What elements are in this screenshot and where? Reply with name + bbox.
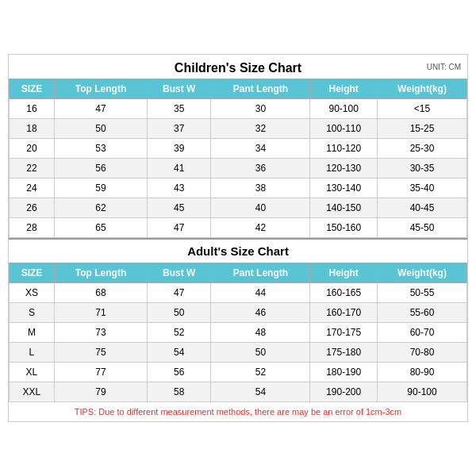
size-chart-container: Children's Size Chart UNIT: CM SIZE Top … xyxy=(8,54,468,422)
table-cell: 170-175 xyxy=(310,323,378,343)
table-row: 1647353090-100<15 xyxy=(10,99,467,119)
adult-chart-title: Adult's Size Chart xyxy=(9,238,467,263)
children-chart-title: Children's Size Chart xyxy=(175,61,301,75)
table-cell: 62 xyxy=(54,198,147,218)
table-cell: 28 xyxy=(10,218,55,238)
table-cell: 36 xyxy=(211,159,310,178)
table-cell: S xyxy=(10,303,55,323)
table-cell: XXL xyxy=(10,382,55,402)
children-col-weight: Weight(kg) xyxy=(378,79,467,99)
table-cell: 43 xyxy=(148,178,211,198)
table-cell: 40 xyxy=(211,198,310,218)
table-cell: 15-25 xyxy=(378,119,467,139)
adult-table: SIZE Top Length Bust W Pant Length Heigh… xyxy=(9,263,467,402)
table-cell: 47 xyxy=(54,99,147,119)
table-row: XS684744160-16550-55 xyxy=(10,283,467,303)
table-row: 28654742150-16045-50 xyxy=(10,218,467,238)
table-cell: 22 xyxy=(10,159,55,178)
children-col-top-length: Top Length xyxy=(54,79,147,99)
children-col-bust: Bust W xyxy=(148,79,211,99)
table-cell: 18 xyxy=(10,119,55,139)
table-cell: 32 xyxy=(211,119,310,139)
table-cell: 73 xyxy=(54,323,147,343)
table-cell: 90-100 xyxy=(378,382,467,402)
table-cell: 26 xyxy=(10,198,55,218)
table-cell: 52 xyxy=(148,323,211,343)
table-cell: 37 xyxy=(148,119,211,139)
adult-col-pant-length: Pant Length xyxy=(211,263,310,283)
table-cell: XS xyxy=(10,283,55,303)
table-cell: L xyxy=(10,343,55,363)
table-cell: 35 xyxy=(148,99,211,119)
table-cell: 39 xyxy=(148,139,211,159)
table-cell: 16 xyxy=(10,99,55,119)
adult-header-row: SIZE Top Length Bust W Pant Length Heigh… xyxy=(10,263,467,283)
table-cell: 75 xyxy=(54,343,147,363)
children-header-row: SIZE Top Length Bust W Pant Length Heigh… xyxy=(10,79,467,99)
table-cell: 70-80 xyxy=(378,343,467,363)
children-col-pant-length: Pant Length xyxy=(211,79,310,99)
table-cell: 160-170 xyxy=(310,303,378,323)
table-cell: 79 xyxy=(54,382,147,402)
table-cell: 54 xyxy=(148,343,211,363)
table-cell: 24 xyxy=(10,178,55,198)
children-table: SIZE Top Length Bust W Pant Length Heigh… xyxy=(9,79,467,238)
table-cell: 80-90 xyxy=(378,363,467,382)
table-cell: M xyxy=(10,323,55,343)
table-cell: 56 xyxy=(54,159,147,178)
table-cell: 120-130 xyxy=(310,159,378,178)
table-cell: XL xyxy=(10,363,55,382)
adult-col-size: SIZE xyxy=(10,263,55,283)
children-col-size: SIZE xyxy=(10,79,55,99)
adult-col-height: Height xyxy=(310,263,378,283)
children-col-height: Height xyxy=(310,79,378,99)
table-cell: 52 xyxy=(211,363,310,382)
table-cell: 150-160 xyxy=(310,218,378,238)
table-cell: 175-180 xyxy=(310,343,378,363)
unit-label: UNIT: CM xyxy=(427,63,461,71)
table-cell: 160-165 xyxy=(310,283,378,303)
table-cell: 41 xyxy=(148,159,211,178)
table-cell: 45 xyxy=(148,198,211,218)
table-row: 18503732100-11015-25 xyxy=(10,119,467,139)
table-cell: 190-200 xyxy=(310,382,378,402)
table-cell: 50 xyxy=(211,343,310,363)
table-cell: 25-30 xyxy=(378,139,467,159)
table-cell: 42 xyxy=(211,218,310,238)
table-cell: 34 xyxy=(211,139,310,159)
adult-col-top-length: Top Length xyxy=(54,263,147,283)
table-cell: 48 xyxy=(211,323,310,343)
table-row: 26624540140-15040-45 xyxy=(10,198,467,218)
children-title-row: Children's Size Chart UNIT: CM xyxy=(9,55,467,79)
table-row: 24594338130-14035-40 xyxy=(10,178,467,198)
table-cell: <15 xyxy=(378,99,467,119)
table-row: L755450175-18070-80 xyxy=(10,343,467,363)
table-cell: 47 xyxy=(148,218,211,238)
table-cell: 71 xyxy=(54,303,147,323)
table-cell: 180-190 xyxy=(310,363,378,382)
table-row: 20533934110-12025-30 xyxy=(10,139,467,159)
table-cell: 58 xyxy=(148,382,211,402)
table-cell: 45-50 xyxy=(378,218,467,238)
table-cell: 20 xyxy=(10,139,55,159)
table-cell: 50 xyxy=(54,119,147,139)
table-cell: 53 xyxy=(54,139,147,159)
table-row: M735248170-17560-70 xyxy=(10,323,467,343)
table-cell: 77 xyxy=(54,363,147,382)
table-cell: 30 xyxy=(211,99,310,119)
table-cell: 40-45 xyxy=(378,198,467,218)
table-cell: 55-60 xyxy=(378,303,467,323)
table-cell: 90-100 xyxy=(310,99,378,119)
table-cell: 59 xyxy=(54,178,147,198)
table-cell: 130-140 xyxy=(310,178,378,198)
table-row: 22564136120-13030-35 xyxy=(10,159,467,178)
table-cell: 47 xyxy=(148,283,211,303)
tips-text: TIPS: Due to different measurement metho… xyxy=(9,402,467,421)
table-cell: 100-110 xyxy=(310,119,378,139)
table-cell: 44 xyxy=(211,283,310,303)
table-row: XXL795854190-20090-100 xyxy=(10,382,467,402)
table-row: XL775652180-19080-90 xyxy=(10,363,467,382)
table-cell: 30-35 xyxy=(378,159,467,178)
adult-col-bust: Bust W xyxy=(148,263,211,283)
table-cell: 50-55 xyxy=(378,283,467,303)
